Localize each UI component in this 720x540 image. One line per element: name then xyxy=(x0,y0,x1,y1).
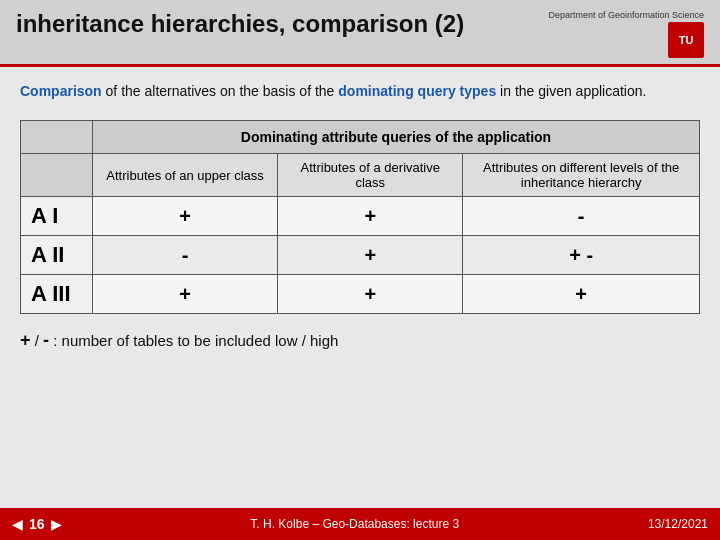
table-row: A I++- xyxy=(21,197,700,236)
next-arrow[interactable]: ▶ xyxy=(51,516,62,532)
header-right: Department of Geoinformation Science TU xyxy=(548,10,704,58)
legend-text: : number of tables to be included low / … xyxy=(49,332,338,349)
intro-middle: of the alternatives on the basis of the xyxy=(102,83,339,99)
cell-0-0: + xyxy=(93,197,278,236)
footer-page: 16 xyxy=(29,516,45,532)
cell-1-2: + - xyxy=(463,236,700,275)
cell-0-1: + xyxy=(278,197,463,236)
empty-header xyxy=(21,121,93,154)
intro-after: in the given application. xyxy=(496,83,646,99)
footer-nav: ◀ 16 ▶ xyxy=(12,516,62,532)
row-label: A I xyxy=(21,197,93,236)
col2-header: Attributes of a derivative class xyxy=(278,154,463,197)
footer: ◀ 16 ▶ T. H. Kolbe – Geo-Databases: lect… xyxy=(0,508,720,540)
cell-1-1: + xyxy=(278,236,463,275)
row-label: A II xyxy=(21,236,93,275)
prev-arrow[interactable]: ◀ xyxy=(12,516,23,532)
footer-date: 13/12/2021 xyxy=(648,517,708,531)
cell-0-2: - xyxy=(463,197,700,236)
header: inheritance hierarchies, comparison (2) … xyxy=(0,0,720,67)
table-row: A III+++ xyxy=(21,275,700,314)
col1-header: Attributes of an upper class xyxy=(93,154,278,197)
legend-plus: + xyxy=(20,330,31,350)
comparison-label: Comparison xyxy=(20,83,102,99)
cell-2-2: + xyxy=(463,275,700,314)
cell-1-0: - xyxy=(93,236,278,275)
main-col-header: Dominating attribute queries of the appl… xyxy=(93,121,700,154)
row-label: A III xyxy=(21,275,93,314)
col3-header: Attributes on different levels of the in… xyxy=(463,154,700,197)
empty-subheader xyxy=(21,154,93,197)
dept-label: Department of Geoinformation Science xyxy=(548,10,704,20)
cell-2-1: + xyxy=(278,275,463,314)
legend-slash: / xyxy=(31,332,44,349)
tu-logo: TU xyxy=(668,22,704,58)
page-title: inheritance hierarchies, comparison (2) xyxy=(16,10,464,38)
dominating-highlight: dominating query types xyxy=(338,83,496,99)
intro-text: Comparison of the alternatives on the ba… xyxy=(20,81,700,102)
footer-label: T. H. Kolbe – Geo-Databases: lecture 3 xyxy=(250,517,459,531)
comparison-table: Dominating attribute queries of the appl… xyxy=(20,120,700,314)
main-content: Comparison of the alternatives on the ba… xyxy=(0,67,720,365)
cell-2-0: + xyxy=(93,275,278,314)
legend: + / - : number of tables to be included … xyxy=(20,330,700,351)
table-row: A II-++ - xyxy=(21,236,700,275)
